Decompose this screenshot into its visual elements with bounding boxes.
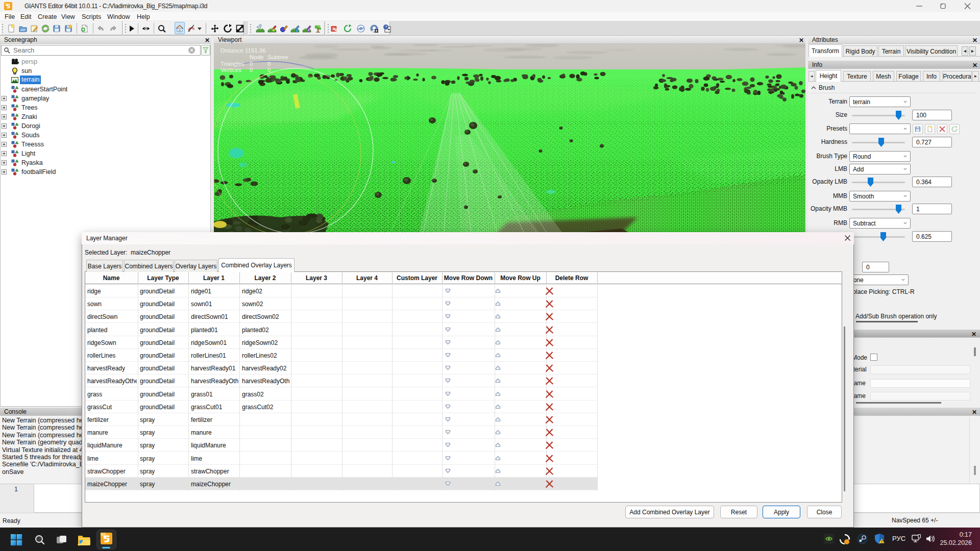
svg-text:i: i — [297, 29, 297, 32]
svg-text:0: 0 — [250, 67, 253, 73]
svg-text:Triangles: Triangles — [220, 61, 244, 67]
svg-text:Node: Node — [250, 54, 264, 60]
svg-text:Distance 1151.36: Distance 1151.36 — [220, 47, 266, 54]
svg-text:Vertices: Vertices — [220, 67, 241, 73]
svg-text:F: F — [308, 29, 310, 32]
svg-text:0: 0 — [250, 61, 253, 67]
svg-text:B: B — [335, 28, 338, 32]
svg-text:Subtree: Subtree — [267, 54, 288, 60]
svg-text:0: 0 — [267, 61, 271, 67]
svg-text:0: 0 — [267, 67, 271, 73]
